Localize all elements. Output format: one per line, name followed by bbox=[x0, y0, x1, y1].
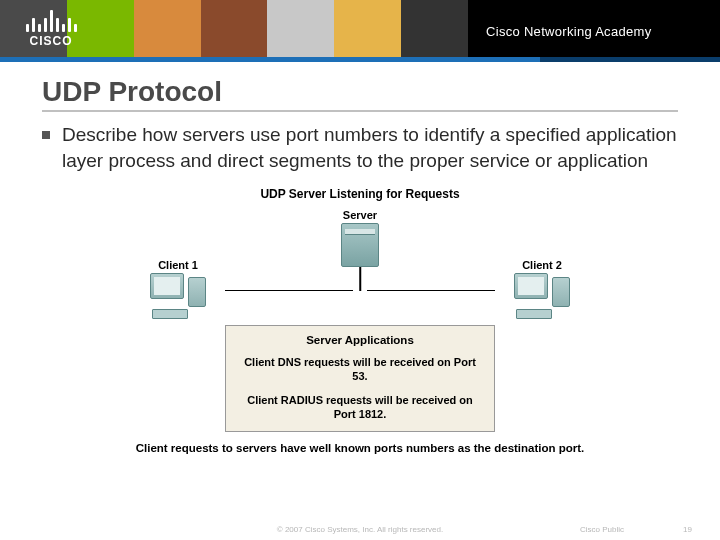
panel-line-dns: Client DNS requests will be received on … bbox=[236, 356, 484, 384]
client1-icon bbox=[150, 273, 206, 319]
header-banner: CISCO Cisco Networking Academy bbox=[0, 0, 720, 62]
client1-label: Client 1 bbox=[150, 259, 206, 271]
client2-icon bbox=[514, 273, 570, 319]
diagram: UDP Server Listening for Requests Server… bbox=[110, 187, 610, 454]
slide-bullet: Describe how servers use port numbers to… bbox=[42, 122, 678, 173]
slide-footer: © 2007 Cisco Systems, Inc. All rights re… bbox=[0, 525, 720, 534]
diagram-topology: Server Client 1 Client 2 bbox=[150, 209, 570, 319]
bullet-text: Describe how servers use port numbers to… bbox=[62, 122, 678, 173]
bullet-square-icon bbox=[42, 131, 50, 139]
client1-block: Client 1 bbox=[150, 259, 206, 319]
academy-label: Cisco Networking Academy bbox=[468, 0, 720, 62]
slide-body: UDP Protocol Describe how servers use po… bbox=[0, 62, 720, 454]
server-label: Server bbox=[341, 209, 379, 221]
cisco-logo-icon: CISCO bbox=[16, 8, 86, 54]
panel-line-radius: Client RADIUS requests will be received … bbox=[236, 394, 484, 422]
footer-copyright: © 2007 Cisco Systems, Inc. All rights re… bbox=[277, 525, 443, 534]
wire-right bbox=[367, 290, 495, 292]
wire-center bbox=[359, 267, 361, 291]
cisco-logo-text: CISCO bbox=[29, 34, 72, 48]
server-icon bbox=[341, 223, 379, 267]
footer-public: Cisco Public bbox=[580, 525, 624, 534]
client2-label: Client 2 bbox=[514, 259, 570, 271]
banner-stripe bbox=[0, 57, 720, 62]
server-applications-panel: Server Applications Client DNS requests … bbox=[225, 325, 495, 432]
client2-block: Client 2 bbox=[514, 259, 570, 319]
wire-left bbox=[225, 290, 353, 292]
slide-title: UDP Protocol bbox=[42, 76, 678, 112]
footer-page-number: 19 bbox=[683, 525, 692, 534]
server-block: Server bbox=[341, 209, 379, 267]
panel-title: Server Applications bbox=[236, 334, 484, 346]
diagram-caption: Client requests to servers have well kno… bbox=[110, 442, 610, 454]
diagram-title: UDP Server Listening for Requests bbox=[110, 187, 610, 201]
